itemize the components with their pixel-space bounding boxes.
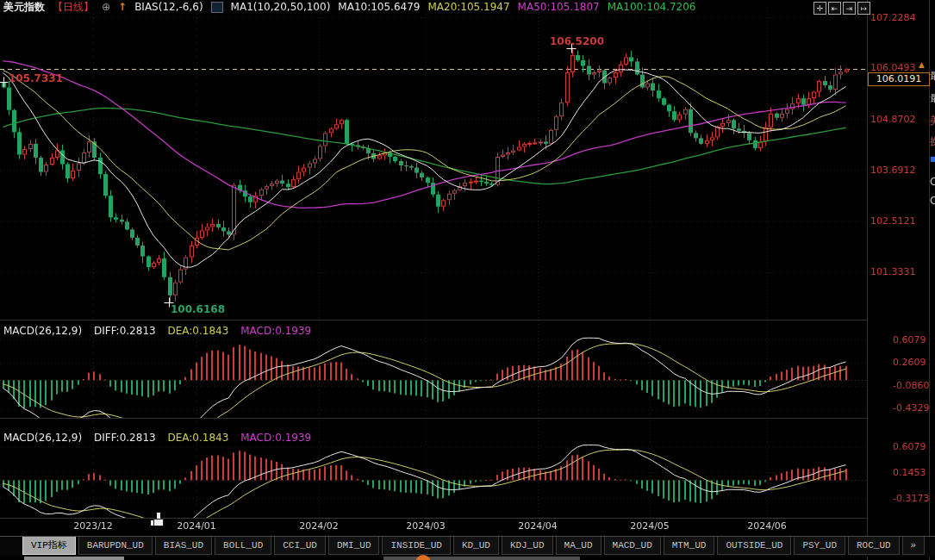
chart-type-icon[interactable] <box>211 2 223 13</box>
macd1-axis-label: -0.0860 <box>893 380 929 391</box>
add-indicator-icon[interactable]: ⊕ <box>102 1 110 14</box>
tab-barupdnud[interactable]: BARUPDN_UD <box>78 537 153 555</box>
move-icon[interactable]: ✛ <box>813 2 826 15</box>
macd2-diff: DIFF:0.2813 <box>94 432 156 444</box>
tab-kdud[interactable]: KD_UD <box>453 537 499 555</box>
up-arrow-icon: ↑ <box>118 1 127 14</box>
tab-biasud[interactable]: BIAS_UD <box>155 537 212 555</box>
macd2-axis-label: 0.1453 <box>893 467 926 478</box>
time-axis-label: 2024/05 <box>630 520 670 532</box>
time-axis-label: 2023/12 <box>73 520 113 532</box>
ma100-value: MA100:104.7206 <box>608 1 696 14</box>
tab-macdud[interactable]: MACD_UD <box>604 537 661 555</box>
shift-right-icon[interactable]: ↦ <box>857 2 870 15</box>
tab-psyud[interactable]: PSY_UD <box>794 537 845 555</box>
period-label[interactable]: 【日线】 <box>53 1 94 14</box>
macd1-axis-label: 0.6079 <box>893 334 926 345</box>
chart-application: 美元指数 【日线】 ⊕ ↑ BIAS(12,-6,6) MA1(10,20,50… <box>0 0 935 560</box>
tab-cciud[interactable]: CCI_UD <box>274 537 326 555</box>
current-price-box: 106.0191 <box>868 72 930 86</box>
scale-right-icon[interactable]: ⇥ <box>843 2 856 15</box>
clipped-glyph: 换 <box>930 134 935 149</box>
tab-vip[interactable]: VIP指标 <box>22 537 76 555</box>
price-axis-label: 106.0493 <box>870 62 916 73</box>
tab-dmiud[interactable]: DMI_UD <box>328 537 380 555</box>
tab-bar: VIP指标BARUPDN_UDBIAS_UDBOLL_UDCCI_UDDMI_U… <box>0 536 935 557</box>
macd2-header: MACD(26,12,9) DIFF:0.2813 DEA:0.1843 MAC… <box>3 432 320 444</box>
chart-header: 美元指数 【日线】 ⊕ ↑ BIAS(12,-6,6) MA1(10,20,50… <box>3 0 696 14</box>
taskbar-fragment-center <box>383 557 580 560</box>
taskbar-fragment-left <box>24 557 124 560</box>
scale-left-icon[interactable]: ⇤ <box>828 2 841 15</box>
macd2-dea: DEA:0.1843 <box>167 432 228 444</box>
macd1-axis-label: -0.4329 <box>893 402 929 414</box>
price-axis-label: 101.3331 <box>870 266 916 277</box>
time-axis-label: 2024/03 <box>406 520 446 532</box>
macd2-title[interactable]: MACD(26,12,9) <box>3 432 82 444</box>
price-axis-label: 102.5121 <box>870 215 916 227</box>
ma50-value: MA50:105.1807 <box>518 1 600 14</box>
tab-bollud[interactable]: BOLL_UD <box>215 537 271 555</box>
clipped-glyph: ■ <box>930 155 935 163</box>
macd2-axis-label: 0.6079 <box>893 441 926 452</box>
clipped-side-panel: 最最美换■CC <box>930 67 935 240</box>
macd2-axis-label: -0.3173 <box>893 493 929 504</box>
tab-maud[interactable]: MA_UD <box>556 537 602 555</box>
time-axis-label: 2024/06 <box>747 520 787 532</box>
tab-mtmud[interactable]: MTM_UD <box>664 537 715 555</box>
tab-kdjud[interactable]: KDJ_UD <box>502 537 553 555</box>
clipped-glyph: C <box>930 195 935 207</box>
chart-toolbar: ✛ ⇤ ⇥ ↦ <box>813 2 870 15</box>
macd1-diff: DIFF:0.2813 <box>94 325 156 337</box>
clipped-glyph: 最 <box>930 91 935 106</box>
clipped-glyph: 美 <box>930 114 935 128</box>
time-axis-label: 2024/04 <box>518 520 558 532</box>
chart-canvas[interactable] <box>0 0 935 560</box>
price-axis-label: 107.2284 <box>870 12 916 23</box>
clipped-glyph: C <box>930 176 935 188</box>
macd2-macd: MACD:0.1939 <box>240 432 311 444</box>
ma10-value: MA10:105.6479 <box>338 1 420 14</box>
price-up-marker-icon: ▲ <box>919 60 925 69</box>
time-axis-label: 2024/02 <box>299 520 339 532</box>
macd1-macd: MACD:0.1939 <box>240 325 311 337</box>
tab-insideud[interactable]: INSIDE_UD <box>382 537 450 555</box>
ma-group-label[interactable]: MA1(10,20,50,100) <box>231 1 331 14</box>
bias-indicator-label[interactable]: BIAS(12,-6,6) <box>134 1 203 14</box>
tab-rocud[interactable]: ROC_UD <box>848 537 900 555</box>
tab-more-icon[interactable]: » <box>902 537 926 555</box>
time-axis-label: 2024/01 <box>177 520 216 532</box>
annotation-left-high: 105.7331 <box>9 72 63 84</box>
macd1-header: MACD(26,12,9) DIFF:0.2813 DEA:0.1843 MAC… <box>3 325 320 337</box>
clipped-glyph: 最 <box>930 69 935 84</box>
macd1-axis-label: 0.2609 <box>893 357 926 368</box>
annotation-trough: 100.6168 <box>171 303 225 315</box>
macd1-title[interactable]: MACD(26,12,9) <box>3 325 82 337</box>
symbol-title: 美元指数 <box>3 1 45 14</box>
tab-outsideud[interactable]: OUTSIDE_UD <box>717 537 791 555</box>
annotation-peak: 106.5200 <box>550 35 604 47</box>
ma20-value: MA20:105.1947 <box>427 1 509 14</box>
price-axis-label: 103.6912 <box>870 165 916 176</box>
macd1-dea: DEA:0.1843 <box>167 325 228 337</box>
price-axis-label: 104.8702 <box>870 114 916 125</box>
